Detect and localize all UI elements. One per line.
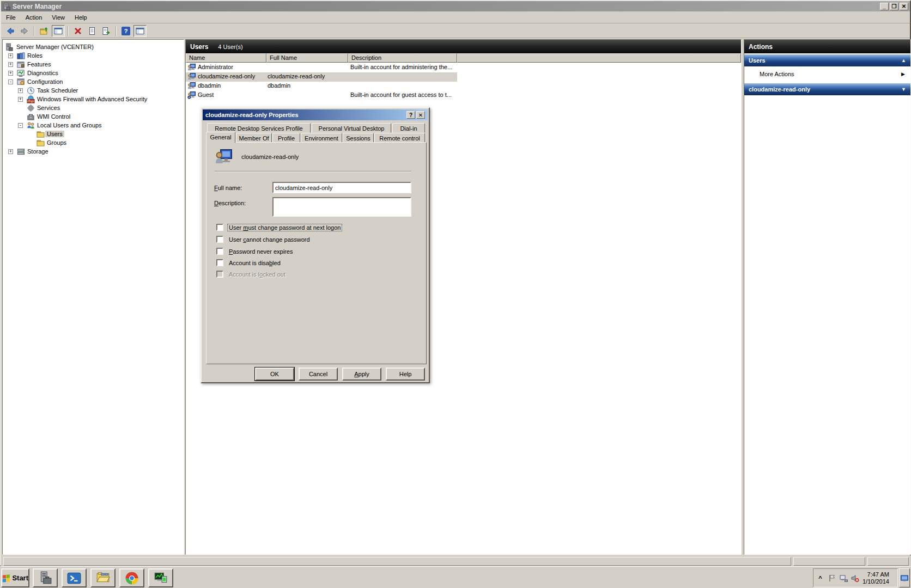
menu-bar: File Action View Help (1, 11, 910, 23)
explorer-folder-icon (96, 571, 110, 585)
menu-view[interactable]: View (47, 13, 70, 22)
cancel-button[interactable]: Cancel (299, 367, 338, 381)
tab-sessions[interactable]: Sessions (343, 133, 374, 143)
tree-item-users[interactable]: Users (3, 130, 184, 139)
properties-button[interactable] (86, 25, 99, 37)
tree-item-configuration[interactable]: - Configuration (3, 78, 184, 87)
tree-item-diagnostics[interactable]: + Diagnostics (3, 69, 184, 78)
back-button[interactable] (4, 25, 17, 37)
list-row-dbadmin[interactable]: dbadmin dbadmin (186, 82, 457, 91)
expander-icon[interactable]: + (8, 62, 13, 67)
start-button[interactable]: Start (1, 568, 29, 587)
cannot-change-password-label[interactable]: User cannot change password (229, 236, 310, 243)
more-actions-item[interactable]: More Actions ▶ (744, 67, 910, 81)
clock[interactable]: 7:47 AM 1/10/2014 (863, 571, 889, 585)
tree-item-local-users-groups[interactable]: - Local Users and Groups (3, 121, 184, 130)
must-change-password-checkbox[interactable] (216, 224, 223, 231)
expander-icon[interactable]: + (8, 53, 13, 58)
toolbar: ? (1, 24, 910, 38)
expander-icon[interactable]: + (18, 88, 23, 93)
dialog-titlebar[interactable]: cloudamize-read-only Properties ? ✕ (203, 109, 428, 120)
full-name-input[interactable] (272, 182, 411, 193)
tree-item-services[interactable]: Services (3, 104, 184, 113)
action-pane-toggle-button[interactable] (133, 25, 147, 37)
show-desktop-button[interactable] (899, 568, 910, 587)
export-list-button[interactable] (100, 25, 113, 37)
expander-icon[interactable]: + (18, 97, 23, 102)
window-titlebar[interactable]: Server Manager _ ❐ ✕ (1, 1, 910, 11)
cannot-change-password-checkbox[interactable] (216, 236, 223, 243)
expander-icon[interactable]: + (8, 71, 13, 76)
tab-personal-virtual-desktop[interactable]: Personal Virtual Desktop (312, 123, 391, 133)
tab-remote-control[interactable]: Remote control (374, 133, 425, 143)
tree-item-server-manager[interactable]: Server Manager (VCENTER) (3, 43, 184, 52)
taskbar-chrome-button[interactable] (119, 568, 144, 587)
network-icon[interactable] (839, 573, 848, 583)
tree-item-wmi-control[interactable]: WMI Control (3, 113, 184, 121)
description-input[interactable] (272, 197, 411, 217)
actions-section-cloudamize[interactable]: cloudamize-read-only ▼ (744, 83, 910, 95)
tree-item-storage[interactable]: + Storage (3, 148, 184, 156)
column-header-name[interactable]: Name (186, 53, 266, 63)
list-row-administrator[interactable]: Administrator Built-in account for admin… (186, 63, 457, 72)
expand-section-icon[interactable]: ▼ (901, 87, 906, 92)
collapse-section-icon[interactable]: ▲ (901, 58, 906, 63)
list-row-cloudamize-read-only[interactable]: cloudamize-read-only cloudamize-read-onl… (186, 72, 457, 82)
tray-date: 1/10/2014 (863, 578, 889, 585)
actions-section-users[interactable]: Users ▲ (744, 54, 910, 66)
tree-item-windows-firewall[interactable]: + Windows Firewall with Advanced Securit… (3, 95, 184, 104)
help-button-dialog[interactable]: Help (386, 367, 425, 381)
tab-dial-in[interactable]: Dial-in (392, 123, 425, 133)
volume-muted-icon[interactable] (850, 573, 859, 583)
list-row-guest[interactable]: Guest Built-in account for guest access … (186, 91, 457, 100)
taskbar-task-manager-button[interactable] (148, 568, 173, 587)
menu-action[interactable]: Action (21, 13, 47, 22)
help-button[interactable]: ? (119, 25, 132, 37)
close-button[interactable]: ✕ (900, 3, 908, 10)
firewall-icon (27, 95, 35, 103)
forward-button[interactable] (18, 25, 31, 37)
toolbar-separator (68, 26, 69, 36)
expander-icon[interactable]: + (8, 149, 13, 154)
expander-icon[interactable]: - (18, 123, 23, 128)
tab-member-of[interactable]: Member Of (236, 133, 272, 143)
apply-button[interactable]: Apply (342, 367, 381, 381)
menu-file[interactable]: File (1, 13, 21, 22)
column-header-blank (457, 53, 741, 63)
tree-item-task-scheduler[interactable]: + Task Scheduler (3, 87, 184, 95)
account-disabled-checkbox[interactable] (216, 259, 223, 266)
delete-button[interactable] (71, 25, 84, 37)
tree-item-roles[interactable]: + Roles (3, 52, 184, 60)
tree-item-groups[interactable]: Groups (3, 139, 184, 148)
taskbar-explorer-button[interactable] (90, 568, 116, 587)
expander-icon[interactable]: - (8, 79, 13, 84)
actions-pane: Actions Users ▲ More Actions ▶ cloudamiz… (744, 39, 911, 555)
tray-time: 7:47 AM (867, 571, 889, 578)
up-one-level-button[interactable] (38, 25, 51, 37)
results-title: Users (190, 43, 208, 51)
groups-folder-icon (37, 139, 45, 147)
tab-general[interactable]: General (206, 132, 235, 143)
dialog-close-button[interactable]: ✕ (416, 111, 425, 119)
restore-button[interactable]: ❐ (890, 3, 898, 10)
account-disabled-label[interactable]: Account is disabled (229, 260, 281, 266)
dialog-user-name: cloudamize-read-only (241, 154, 299, 160)
column-header-description[interactable]: Description (348, 53, 457, 63)
minimize-button[interactable]: _ (880, 3, 889, 10)
dialog-help-button[interactable]: ? (406, 111, 415, 119)
tree-item-features[interactable]: + Features (3, 60, 184, 69)
taskbar-powershell-button[interactable] (62, 568, 87, 587)
show-hidden-icons-button[interactable]: ^ (816, 573, 825, 583)
diagnostics-icon (17, 69, 25, 77)
menu-help[interactable]: Help (70, 13, 92, 22)
action-center-flag-icon[interactable] (827, 573, 836, 583)
ok-button[interactable]: OK (255, 367, 294, 381)
must-change-password-label[interactable]: User must change password at next logon (228, 224, 342, 231)
tab-profile[interactable]: Profile (272, 133, 300, 143)
taskbar-server-manager-button[interactable] (33, 568, 58, 587)
column-header-full-name[interactable]: Full Name (266, 53, 348, 63)
tab-environment[interactable]: Environment (301, 133, 342, 143)
console-tree-toggle-button[interactable] (52, 25, 65, 37)
password-never-expires-label[interactable]: Password never expires (229, 248, 293, 255)
password-never-expires-checkbox[interactable] (216, 248, 223, 255)
